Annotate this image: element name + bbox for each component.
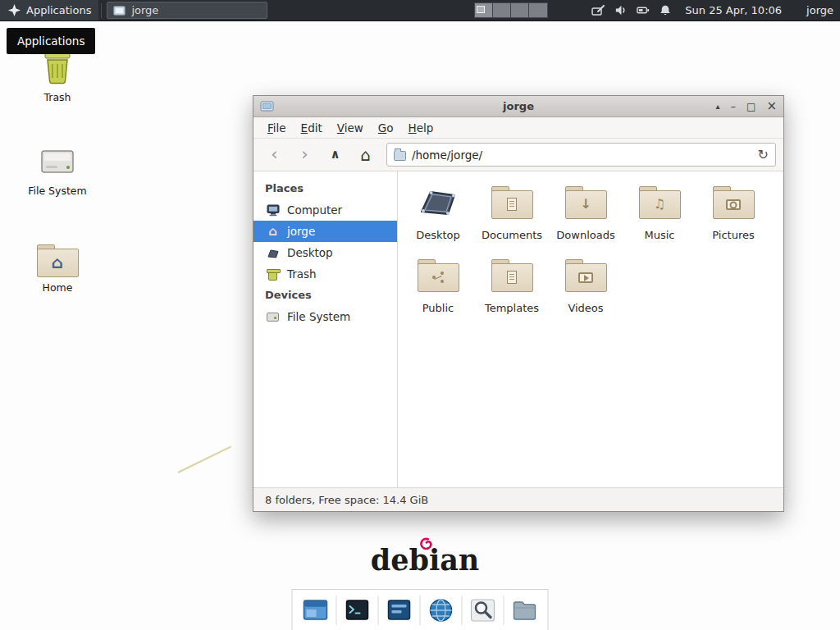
home-icon: ⌂ bbox=[360, 147, 371, 163]
file-item-public[interactable]: Public bbox=[402, 254, 474, 314]
volume-icon[interactable] bbox=[614, 3, 628, 17]
camera-emblem-icon bbox=[726, 199, 741, 210]
sidebar-item-desktop[interactable]: Desktop bbox=[253, 242, 397, 263]
folder-icon: ♫ bbox=[638, 181, 681, 224]
file-manager-window: jorge ▴ – □ × File Edit View Go Help ‹ ›… bbox=[253, 95, 784, 512]
files-area: Desktop Documents ↓ Downloads bbox=[398, 171, 783, 487]
globe-icon bbox=[427, 596, 456, 625]
menu-help[interactable]: Help bbox=[401, 118, 441, 138]
document-emblem-icon bbox=[507, 198, 517, 211]
dock bbox=[292, 589, 549, 630]
home-icon: ⌂ bbox=[266, 226, 280, 238]
notification-bell-icon[interactable] bbox=[659, 3, 672, 17]
tablet-pen-icon[interactable] bbox=[591, 3, 605, 17]
home-folder-icon: ⌂ bbox=[23, 238, 92, 277]
window-titlebar[interactable]: jorge ▴ – □ × bbox=[253, 96, 783, 117]
reload-button[interactable]: ↻ bbox=[758, 147, 769, 162]
folder-icon: ↓ bbox=[564, 181, 607, 224]
desktop-icon-home[interactable]: ⌂ Home bbox=[23, 238, 92, 294]
workspace-2[interactable] bbox=[493, 3, 511, 17]
desktop-icon-label: Trash bbox=[23, 91, 92, 103]
share-emblem-icon bbox=[431, 272, 445, 283]
folder-icon bbox=[491, 254, 533, 297]
dock-separator bbox=[462, 596, 463, 625]
workspace-1[interactable] bbox=[475, 3, 493, 17]
workspace-3[interactable] bbox=[511, 3, 529, 17]
desktop-icon-label: File System bbox=[23, 185, 92, 197]
trash-icon bbox=[266, 268, 280, 281]
maximize-button[interactable]: □ bbox=[746, 102, 756, 112]
applications-label: Applications bbox=[26, 4, 91, 16]
file-label: Downloads bbox=[556, 229, 614, 241]
video-emblem-icon bbox=[578, 272, 593, 283]
workspace-4[interactable] bbox=[529, 3, 547, 17]
sidebar-item-jorge[interactable]: ⌂ jorge bbox=[253, 221, 397, 242]
download-emblem-icon: ↓ bbox=[564, 196, 607, 212]
sidebar-item-file-system[interactable]: File System bbox=[253, 306, 397, 327]
hard-drive-icon bbox=[266, 313, 280, 322]
sidebar-item-label: jorge bbox=[287, 225, 315, 238]
applications-menu-button[interactable]: Applications bbox=[0, 0, 98, 21]
file-item-templates[interactable]: Templates bbox=[476, 254, 548, 314]
path-text[interactable]: /home/jorge/ bbox=[412, 148, 752, 162]
dock-separator bbox=[420, 596, 421, 625]
taskbar-window-label: jorge bbox=[131, 4, 158, 16]
sidebar: Places Computer ⌂ jorge Desktop bbox=[253, 171, 398, 487]
location-bar[interactable]: /home/jorge/ ↻ bbox=[386, 143, 776, 167]
status-bar: 8 folders, Free space: 14.4 GiB bbox=[253, 487, 783, 511]
home-button[interactable]: ⌂ bbox=[352, 143, 379, 167]
forward-button[interactable]: › bbox=[291, 143, 318, 167]
app-finder-launcher[interactable] bbox=[468, 595, 499, 626]
taskbar-window-button[interactable]: jorge bbox=[107, 2, 267, 19]
desktop-icon-trash[interactable]: Trash bbox=[23, 48, 92, 103]
panel-settings-launcher[interactable] bbox=[384, 595, 415, 626]
folder-icon bbox=[712, 181, 755, 224]
sidebar-item-label: Trash bbox=[287, 267, 317, 281]
folder-icon bbox=[417, 254, 459, 297]
places-header: Places bbox=[253, 178, 397, 199]
file-item-music[interactable]: ♫ Music bbox=[623, 181, 696, 241]
terminal-launcher[interactable] bbox=[342, 595, 373, 626]
panel-username[interactable]: jorge bbox=[806, 4, 833, 16]
panel-clock[interactable]: Sun 25 Apr, 10:06 bbox=[685, 4, 782, 16]
menu-go[interactable]: Go bbox=[371, 118, 401, 138]
shade-button[interactable]: ▴ bbox=[716, 103, 720, 111]
file-item-pictures[interactable]: Pictures bbox=[697, 181, 769, 241]
sidebar-item-label: Computer bbox=[287, 203, 342, 217]
web-browser-launcher[interactable] bbox=[426, 595, 457, 626]
file-item-documents[interactable]: Documents bbox=[476, 181, 548, 241]
workspace-pager bbox=[474, 2, 548, 18]
menu-bar: File Edit View Go Help bbox=[253, 117, 783, 139]
desktop-icon-file-system[interactable]: File System bbox=[23, 141, 92, 197]
file-item-desktop[interactable]: Desktop bbox=[402, 181, 474, 241]
file-item-downloads[interactable]: ↓ Downloads bbox=[550, 181, 622, 241]
desktop-mat-icon bbox=[266, 248, 280, 258]
file-manager-launcher[interactable] bbox=[509, 595, 541, 626]
desktop-mat-icon bbox=[417, 181, 459, 224]
show-desktop-launcher[interactable] bbox=[300, 595, 331, 626]
menu-view[interactable]: View bbox=[330, 118, 371, 138]
file-label: Templates bbox=[485, 302, 539, 314]
close-button[interactable]: × bbox=[766, 100, 777, 112]
up-button[interactable]: ∧ bbox=[322, 143, 349, 167]
sidebar-item-trash[interactable]: Trash bbox=[253, 263, 397, 285]
battery-icon[interactable] bbox=[636, 3, 651, 17]
menu-file[interactable]: File bbox=[260, 118, 294, 138]
menu-edit[interactable]: Edit bbox=[294, 118, 330, 138]
file-item-videos[interactable]: Videos bbox=[550, 254, 622, 314]
devices-header: Devices bbox=[253, 285, 397, 306]
file-label: Videos bbox=[568, 302, 603, 314]
desktop-icon-label: Home bbox=[23, 281, 92, 294]
file-label: Documents bbox=[482, 229, 542, 241]
sidebar-item-computer[interactable]: Computer bbox=[253, 199, 397, 221]
top-panel: Applications jorge bbox=[0, 0, 840, 21]
dock-separator bbox=[504, 596, 504, 625]
sidebar-item-label: Desktop bbox=[287, 246, 333, 259]
back-button[interactable]: ‹ bbox=[261, 143, 288, 167]
workspace-window-thumb bbox=[477, 6, 485, 13]
debian-wallpaper-logo: debian bbox=[368, 543, 482, 577]
folder-icon bbox=[564, 254, 607, 297]
file-label: Public bbox=[422, 302, 454, 314]
applications-icon bbox=[7, 3, 21, 17]
minimize-button[interactable]: – bbox=[731, 101, 737, 112]
